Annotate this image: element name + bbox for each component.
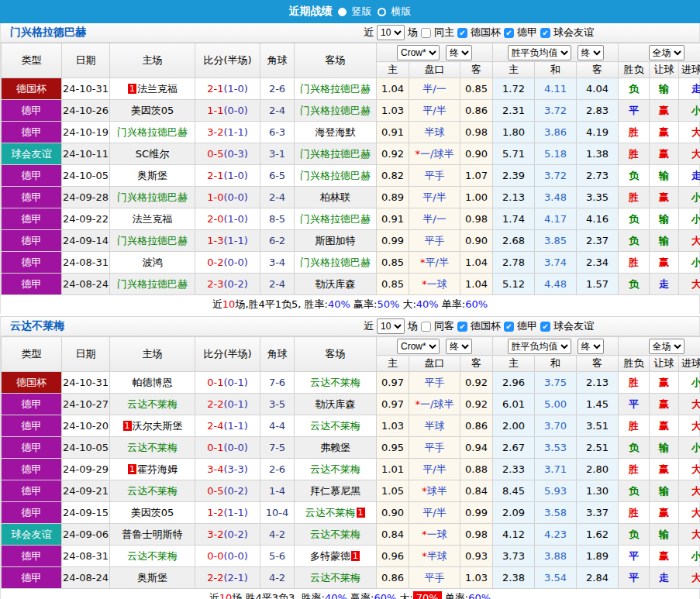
col-corner: 角球 [260, 337, 295, 372]
result-handicap: 赢 [650, 372, 679, 394]
recent-count-select[interactable]: 10 [377, 318, 405, 334]
friendly-label[interactable]: 球会友谊 [553, 26, 594, 40]
recent-results-panel: 近期战绩 竖版 横版 门兴格拉德巴赫 近 10 场 同主 ✔ 德国杯 ✔ 德甲 … [0, 0, 700, 599]
away-team-name: 云达不莱梅 [310, 377, 360, 388]
odds-provider-select[interactable]: Crow* [397, 45, 440, 60]
vertical-layout-radio[interactable] [338, 8, 347, 16]
result-goals: 走 [679, 165, 700, 187]
match-row: 德甲24-09-14门兴格拉德巴赫1-3(1-1)6-2斯图加特0.99平手0.… [2, 230, 700, 252]
score-cell: 0-0(0-0) [195, 546, 260, 567]
league-badge: 德甲 [2, 502, 62, 524]
handicap-line: 平手 [409, 230, 460, 252]
summary-part: 40% [328, 298, 350, 310]
friendly-label[interactable]: 球会友谊 [553, 319, 594, 333]
odds-stage-select[interactable]: 终 [446, 339, 472, 354]
scope-select[interactable]: 全场 [649, 339, 684, 354]
col-mean-away: 客 [577, 62, 619, 78]
away-odds: 0.98 [460, 524, 493, 546]
away-odds: 0.93 [460, 546, 493, 567]
summary-part: 单率: [439, 298, 466, 310]
match-date: 24-08-31 [62, 252, 110, 274]
away-odds: 0.85 [460, 78, 493, 100]
away-team: 柏林联 [295, 187, 377, 208]
corner-count: 2-6 [260, 459, 295, 480]
home-team: 奥斯堡 [110, 165, 195, 187]
mean-home-odds: 2.33 [493, 459, 535, 480]
friendly-checkbox[interactable]: ✔ [540, 322, 550, 332]
near-label: 近 [364, 26, 374, 40]
friendly-checkbox[interactable]: ✔ [540, 28, 550, 38]
vertical-layout-label[interactable]: 竖版 [352, 5, 372, 19]
away-team: 多特蒙德1 [295, 546, 377, 567]
cup-label[interactable]: 德国杯 [471, 26, 501, 40]
horizontal-layout-label[interactable]: 横版 [391, 5, 412, 19]
bundesliga-label[interactable]: 德甲 [517, 26, 537, 40]
home-team: 云达不莱梅 [110, 480, 195, 502]
scope-cell: 全场 [619, 43, 700, 62]
odds-stage-select[interactable]: 终 [446, 45, 472, 60]
summary-part: 场,胜4平3负3, 胜率: [232, 592, 325, 599]
recent-count-select[interactable]: 10 [377, 25, 405, 40]
cup-checkbox[interactable]: ✔ [457, 28, 467, 38]
mean-home-odds: 2.96 [493, 372, 535, 394]
home-team-name: 美因茨05 [131, 105, 174, 116]
cup-label[interactable]: 德国杯 [471, 319, 501, 333]
home-team-name: 帕德博恩 [133, 377, 173, 388]
away-odds: 0.90 [460, 230, 493, 252]
same-home-label[interactable]: 同主 [434, 26, 454, 40]
fulltime-score: 2-1 [207, 170, 223, 181]
handicap-line: *球半 [409, 480, 460, 502]
score-cell: 1-0(0-0) [195, 187, 260, 208]
results-table: 类型 日期 主场 比分(半场) 角球 客场 Crow*终 胜平负均值终 全场 [1, 336, 700, 589]
away-odds: 0.90 [460, 143, 493, 165]
away-odds: 0.86 [460, 415, 493, 437]
mean-stage-select[interactable]: 终 [578, 339, 604, 354]
league-badge: 德甲 [2, 208, 62, 230]
away-team-name: 云达不莱梅 [310, 463, 360, 475]
same-home-checkbox[interactable] [421, 28, 431, 38]
bundesliga-checkbox[interactable]: ✔ [504, 28, 514, 38]
mean-odds-select[interactable]: 胜平负均值 [508, 339, 571, 354]
mean-draw-odds: 3.70 [535, 415, 577, 437]
horizontal-layout-radio[interactable] [378, 8, 386, 16]
same-away-label[interactable]: 同客 [434, 319, 454, 333]
mean-draw-odds: 4.17 [535, 208, 577, 230]
home-team: 门兴格拉德巴赫 [110, 274, 195, 295]
corner-count: 1-4 [260, 480, 295, 502]
away-odds: 0.92 [460, 394, 493, 415]
match-row: 德甲24-09-28门兴格拉德巴赫1-0(0-0)2-4柏林联0.89平/半1.… [2, 187, 700, 208]
mean-draw-odds: 3.53 [535, 437, 577, 459]
bundesliga-checkbox[interactable]: ✔ [504, 322, 514, 332]
corner-count: 2-4 [260, 187, 295, 208]
corner-count: 10-4 [260, 502, 295, 524]
same-away-checkbox[interactable] [421, 322, 431, 332]
result-handicap: 走 [650, 567, 679, 589]
handicap-line: 平手 [409, 437, 460, 459]
scope-select[interactable]: 全场 [649, 45, 684, 60]
cup-checkbox[interactable]: ✔ [457, 322, 467, 332]
odds-provider-select[interactable]: Crow* [397, 339, 440, 354]
away-team: 拜仁慕尼黑 [295, 480, 377, 502]
match-date: 24-10-19 [62, 122, 110, 143]
mean-home-odds: 2.68 [493, 230, 535, 252]
result-goals: 小 [679, 437, 700, 459]
bundesliga-label[interactable]: 德甲 [517, 319, 537, 333]
fulltime-score: 2-3 [207, 278, 223, 290]
team-title: 门兴格拉德巴赫 [1, 26, 86, 40]
mean-away-odds: 4.16 [577, 208, 619, 230]
away-odds: 0.98 [460, 208, 493, 230]
mean-stage-select[interactable]: 终 [578, 45, 604, 60]
match-date: 24-10-31 [62, 78, 110, 100]
result-handicap: 赢 [650, 252, 679, 274]
score-cell: 3-4(3-3) [195, 459, 260, 480]
summary-part: 大: [399, 298, 416, 310]
mean-draw-odds: 3.71 [535, 459, 577, 480]
home-team-name: 法兰克福 [133, 213, 173, 225]
mean-odds-select[interactable]: 胜平负均值 [508, 45, 571, 60]
home-odds: 1.03 [377, 415, 409, 437]
halftime-score: (1-1) [223, 235, 247, 246]
handicap-line: 平/半 [409, 502, 460, 524]
result-goals: 大 [679, 524, 700, 546]
halftime-score: (1-0) [223, 170, 247, 181]
match-date: 24-09-14 [62, 230, 110, 252]
